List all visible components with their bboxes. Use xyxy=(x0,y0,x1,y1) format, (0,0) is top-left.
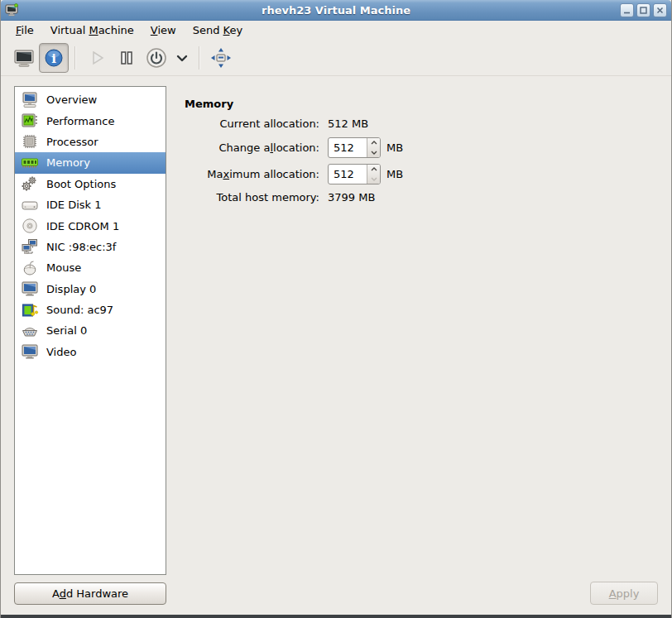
maximum-allocation-unit: MB xyxy=(386,168,403,180)
memory-icon xyxy=(20,153,40,173)
toolbar-separator xyxy=(74,46,76,69)
sidebar-item-label: Boot Options xyxy=(46,178,116,190)
sidebar-item-nic-98-ec-3f[interactable]: NIC :98:ec:3f xyxy=(15,237,166,257)
sidebar-item-processor[interactable]: Processor xyxy=(15,132,166,152)
console-icon xyxy=(13,47,35,69)
computer-icon xyxy=(20,90,40,110)
apply-button[interactable]: Apply xyxy=(590,582,658,605)
details-icon: i xyxy=(43,47,65,69)
menu-file[interactable]: File xyxy=(7,22,42,39)
shutdown-menu-chevron-icon xyxy=(174,50,190,66)
maximum-allocation-spinbox xyxy=(328,164,381,184)
change-allocation-spinbox xyxy=(328,137,381,158)
details-button[interactable]: i xyxy=(39,43,69,73)
boot-options-icon xyxy=(20,174,40,194)
fullscreen-button[interactable] xyxy=(206,43,236,73)
sidebar-item-video[interactable]: Video xyxy=(15,342,166,362)
memory-form: Current allocation: 512 MB Change alloca… xyxy=(185,114,403,206)
vm-details-window: rhevh23 Virtual Machine File Virtual Mac… xyxy=(0,0,672,618)
mouse-icon xyxy=(20,258,40,278)
sidebar-item-performance[interactable]: Performance xyxy=(15,110,166,131)
total-host-memory-label: Total host memory: xyxy=(185,191,319,204)
video-icon xyxy=(20,342,40,362)
sidebar-item-ide-cdrom-1[interactable]: IDE CDROM 1 xyxy=(15,215,166,236)
maximum-allocation-spin-up-icon[interactable] xyxy=(367,165,380,175)
pause-icon xyxy=(116,47,137,69)
current-allocation-label: Current allocation: xyxy=(185,117,319,130)
total-host-memory-value: 3799 MB xyxy=(328,191,375,204)
sidebar-item-label: Memory xyxy=(46,156,90,169)
shutdown-icon xyxy=(145,46,168,69)
toolbar: i xyxy=(1,40,671,76)
maximize-icon[interactable] xyxy=(636,3,650,17)
fullscreen-icon xyxy=(209,46,233,69)
run-button[interactable] xyxy=(82,43,112,73)
shutdown-button[interactable] xyxy=(142,43,171,73)
maximum-allocation-label: Maximum allocation: xyxy=(185,168,319,180)
sidebar-item-mouse[interactable]: Mouse xyxy=(15,257,166,278)
display-icon xyxy=(20,279,40,299)
change-allocation-row: Change allocation: MB xyxy=(185,137,403,159)
change-allocation-label: Change allocation: xyxy=(185,141,319,154)
vm-monitor-icon xyxy=(5,2,20,17)
performance-icon xyxy=(20,111,40,131)
close-icon[interactable] xyxy=(653,3,667,17)
sidebar-item-label: Overview xyxy=(46,93,97,106)
console-button[interactable] xyxy=(9,43,39,73)
sidebar-item-serial-0[interactable]: Serial 0 xyxy=(15,320,166,341)
sidebar-item-label: Sound: ac97 xyxy=(46,304,113,316)
sidebar-item-label: Serial 0 xyxy=(46,324,87,337)
change-allocation-spin-up-icon[interactable] xyxy=(367,138,380,148)
pause-button[interactable] xyxy=(112,43,142,73)
panel-title: Memory xyxy=(185,98,233,110)
current-allocation-row: Current allocation: 512 MB xyxy=(185,114,403,132)
sidebar-item-boot-options[interactable]: Boot Options xyxy=(15,174,166,194)
toolbar-separator xyxy=(199,46,200,69)
menu-send-key[interactable]: Send Key xyxy=(185,22,251,39)
sidebar-item-label: IDE CDROM 1 xyxy=(46,220,119,232)
serial-icon xyxy=(20,321,40,341)
sidebar-item-label: Processor xyxy=(46,136,98,148)
cdrom-icon xyxy=(20,216,40,236)
shutdown-menu-chevron-button[interactable] xyxy=(171,43,193,73)
window-title: rhevh23 Virtual Machine xyxy=(1,4,671,17)
maximum-allocation-spin-down-icon[interactable] xyxy=(367,175,380,184)
sidebar-item-display-0[interactable]: Display 0 xyxy=(15,279,166,299)
titlebar[interactable]: rhevh23 Virtual Machine xyxy=(1,0,671,21)
menubar: File Virtual Machine View Send Key xyxy=(1,21,671,40)
sidebar-item-ide-disk-1[interactable]: IDE Disk 1 xyxy=(15,194,166,215)
run-icon xyxy=(86,47,108,69)
nic-icon xyxy=(20,237,40,256)
menu-virtual-machine[interactable]: Virtual Machine xyxy=(42,22,142,39)
hardware-list: OverviewPerformanceProcessorMemoryBoot O… xyxy=(14,86,166,575)
window-frame-bottom xyxy=(1,615,671,618)
sidebar-item-label: Mouse xyxy=(46,261,81,274)
change-allocation-unit: MB xyxy=(386,141,403,154)
disk-icon xyxy=(20,195,40,215)
sound-icon xyxy=(20,300,40,320)
minimize-icon[interactable] xyxy=(620,3,634,17)
processor-icon xyxy=(20,132,40,151)
sidebar-item-overview[interactable]: Overview xyxy=(15,89,166,110)
change-allocation-spin-down-icon[interactable] xyxy=(367,148,380,158)
sidebar-item-label: Video xyxy=(46,346,76,358)
sidebar-item-label: Display 0 xyxy=(46,283,96,295)
sidebar-item-label: IDE Disk 1 xyxy=(46,199,102,211)
maximum-allocation-row: Maximum allocation: MB xyxy=(185,163,403,185)
maximum-allocation-input[interactable] xyxy=(329,165,367,184)
add-hardware-button[interactable]: Add Hardware xyxy=(14,582,166,605)
sidebar-item-sound-ac97[interactable]: Sound: ac97 xyxy=(15,299,166,320)
sidebar-item-memory[interactable]: Memory xyxy=(15,152,166,173)
sidebar-item-label: NIC :98:ec:3f xyxy=(46,241,116,253)
sidebar-item-label: Performance xyxy=(46,115,114,127)
window-controls xyxy=(620,3,667,17)
current-allocation-value: 512 MB xyxy=(328,117,368,130)
menu-view[interactable]: View xyxy=(142,22,185,39)
change-allocation-input[interactable] xyxy=(329,138,367,157)
svg-text:i: i xyxy=(51,50,56,65)
total-host-memory-row: Total host memory: 3799 MB xyxy=(185,188,403,206)
